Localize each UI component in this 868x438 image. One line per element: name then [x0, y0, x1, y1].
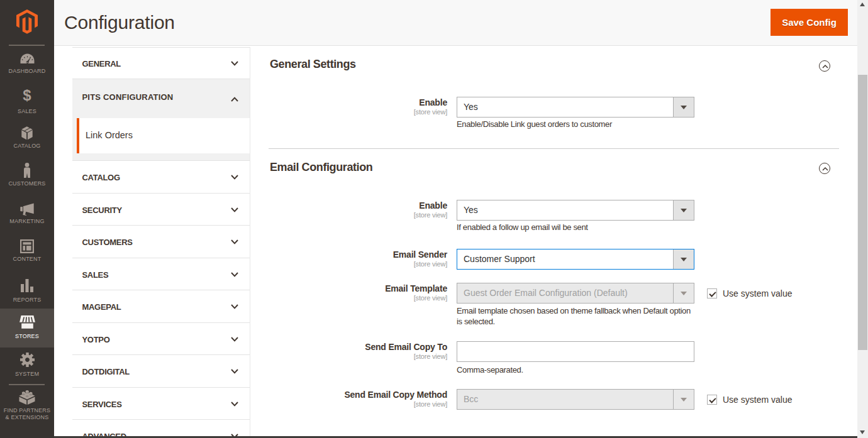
svg-text:$: $: [23, 89, 31, 104]
